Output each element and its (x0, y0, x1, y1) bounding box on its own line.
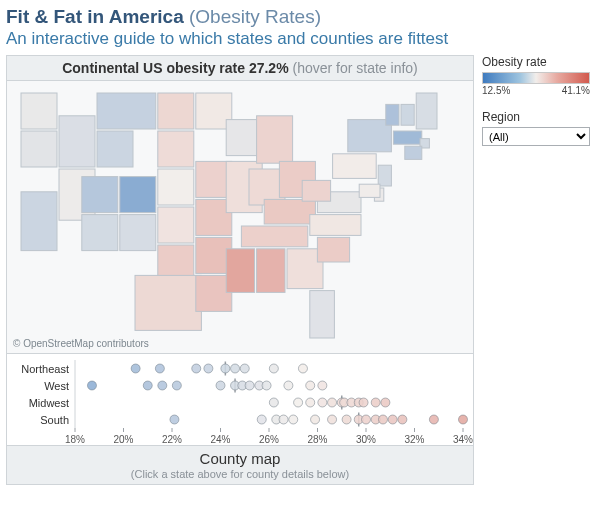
strip-dot[interactable] (359, 398, 368, 407)
state-WA[interactable] (21, 93, 57, 129)
strip-dot[interactable] (306, 381, 315, 390)
strip-axis-tick: 26% (259, 434, 279, 445)
strip-dot[interactable] (221, 364, 230, 373)
strip-dot[interactable] (289, 415, 298, 424)
strip-dot[interactable] (362, 415, 371, 424)
state-NJ[interactable] (378, 165, 391, 186)
strip-dot[interactable] (257, 415, 266, 424)
state-AZ[interactable] (82, 215, 118, 251)
strip-dot[interactable] (371, 398, 380, 407)
state-NM[interactable] (120, 215, 156, 251)
map-attribution: © OpenStreetMap contributors (13, 338, 149, 349)
strip-dot[interactable] (459, 415, 468, 424)
strip-dot[interactable] (328, 398, 337, 407)
state-SD[interactable] (158, 131, 194, 167)
strip-dot[interactable] (204, 364, 213, 373)
state-CA[interactable] (21, 192, 57, 251)
strip-dot[interactable] (87, 381, 96, 390)
strip-dot[interactable] (158, 381, 167, 390)
strip-dot[interactable] (318, 398, 327, 407)
state-TX[interactable] (135, 275, 201, 330)
legend-color-bar[interactable] (482, 72, 590, 84)
strip-axis-tick: 32% (404, 434, 424, 445)
strip-dot[interactable] (143, 381, 152, 390)
strip-dot[interactable] (294, 398, 303, 407)
legend-max: 41.1% (562, 85, 590, 96)
state-UT[interactable] (82, 177, 118, 213)
state-MI[interactable] (257, 116, 293, 163)
strip-dot[interactable] (269, 398, 278, 407)
state-KY[interactable] (264, 199, 315, 224)
state-MT[interactable] (97, 93, 156, 129)
state-KS[interactable] (158, 207, 194, 243)
map-panel: Continental US obesity rate 27.2% (hover… (6, 55, 474, 446)
legend-min: 12.5% (482, 85, 510, 96)
state-CT[interactable] (405, 146, 422, 159)
state-ME[interactable] (416, 93, 437, 129)
state-TN[interactable] (241, 226, 307, 247)
strip-dot[interactable] (398, 415, 407, 424)
strip-dot[interactable] (298, 364, 307, 373)
state-ND[interactable] (158, 93, 194, 129)
state-CO[interactable] (120, 177, 156, 213)
strip-row-label: South (40, 414, 69, 426)
legend-ticks: 12.5% 41.1% (482, 85, 590, 96)
strip-dot[interactable] (328, 415, 337, 424)
strip-dot[interactable] (378, 415, 387, 424)
strip-axis-tick: 30% (356, 434, 376, 445)
strip-row-label: Midwest (29, 397, 69, 409)
strip-dot[interactable] (306, 398, 315, 407)
state-AL[interactable] (257, 249, 285, 293)
region-select[interactable]: (All) (482, 127, 590, 146)
strip-chart[interactable]: NortheastWestMidwestSouth18%20%22%24%26%… (7, 353, 473, 445)
state-NE[interactable] (158, 169, 194, 205)
strip-dot[interactable] (231, 364, 240, 373)
state-WY[interactable] (97, 131, 133, 167)
strip-row-label: Northeast (21, 363, 69, 375)
us-map[interactable]: © OpenStreetMap contributors (7, 81, 473, 353)
strip-dot[interactable] (192, 364, 201, 373)
strip-axis-tick: 20% (113, 434, 133, 445)
state-OR[interactable] (21, 131, 57, 167)
strip-dot[interactable] (429, 415, 438, 424)
strip-dot[interactable] (318, 381, 327, 390)
state-SC[interactable] (317, 237, 349, 262)
state-NY[interactable] (348, 120, 392, 152)
strip-axis-tick: 24% (210, 434, 230, 445)
state-FL[interactable] (310, 291, 335, 338)
strip-dot[interactable] (284, 381, 293, 390)
strip-dot[interactable] (262, 381, 271, 390)
state-MS[interactable] (226, 249, 254, 293)
state-NH[interactable] (401, 104, 414, 125)
county-panel: County map (Click a state above for coun… (6, 446, 474, 485)
map-header-hint: (hover for state info) (293, 60, 418, 76)
strip-axis-tick: 28% (307, 434, 327, 445)
state-PA[interactable] (333, 154, 377, 179)
state-WV[interactable] (302, 180, 330, 201)
title-main: Fit & Fat in America (6, 6, 184, 27)
page-subtitle: An interactive guide to which states and… (6, 29, 591, 49)
state-MA[interactable] (393, 131, 421, 144)
strip-dot[interactable] (216, 381, 225, 390)
state-VT[interactable] (386, 104, 399, 125)
region-filter-label: Region (482, 110, 590, 124)
strip-dot[interactable] (269, 364, 278, 373)
state-ID[interactable] (59, 116, 95, 167)
strip-dot[interactable] (245, 381, 254, 390)
state-NC[interactable] (310, 215, 361, 236)
strip-dot[interactable] (381, 398, 390, 407)
strip-dot[interactable] (311, 415, 320, 424)
strip-dot[interactable] (388, 415, 397, 424)
strip-dot[interactable] (172, 381, 181, 390)
strip-dot[interactable] (131, 364, 140, 373)
page-title: Fit & Fat in America (Obesity Rates) (6, 6, 591, 28)
legend-title: Obesity rate (482, 55, 590, 69)
county-hint: (Click a state above for county details … (11, 468, 469, 480)
strip-dot[interactable] (342, 415, 351, 424)
county-title: County map (200, 450, 281, 467)
strip-dot[interactable] (155, 364, 164, 373)
strip-dot[interactable] (240, 364, 249, 373)
strip-dot[interactable] (170, 415, 179, 424)
strip-dot[interactable] (279, 415, 288, 424)
state-MD[interactable] (359, 184, 380, 197)
